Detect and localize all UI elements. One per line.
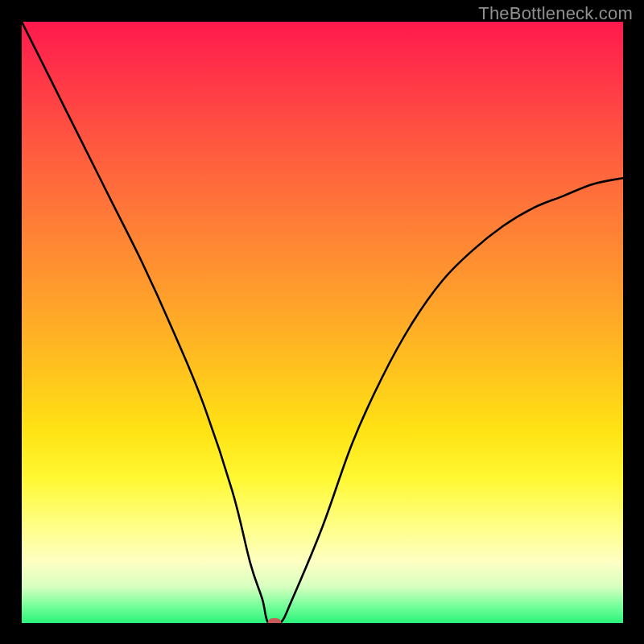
bottleneck-curve — [22, 22, 623, 623]
plot-area — [22, 22, 623, 623]
watermark-text: TheBottleneck.com — [478, 3, 633, 24]
chart-frame: TheBottleneck.com — [0, 0, 644, 644]
minimum-marker — [267, 618, 281, 623]
curve-svg — [22, 22, 623, 623]
